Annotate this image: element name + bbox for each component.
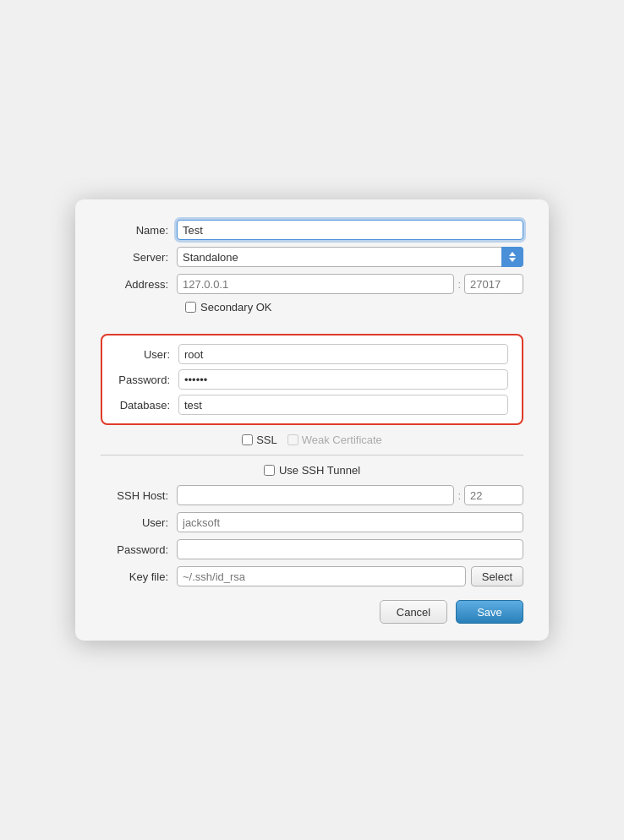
server-select-wrapper: Standalone Replica Set Sharded Cluster (177, 247, 523, 267)
database-row: Database: (102, 395, 508, 415)
address-row: Address: : (101, 274, 523, 294)
server-select[interactable]: Standalone Replica Set Sharded Cluster (177, 247, 523, 267)
save-button[interactable]: Save (456, 600, 523, 624)
ssh-user-row: User: (101, 512, 523, 532)
user-input[interactable] (178, 344, 508, 364)
password-input[interactable] (178, 369, 508, 390)
key-file-row: Key file: Select (101, 566, 523, 586)
ssh-tunnel-row: Use SSH Tunnel (101, 464, 523, 477)
ssh-password-row: Password: (101, 539, 523, 559)
ssh-user-input[interactable] (177, 512, 523, 532)
database-label: Database: (102, 399, 178, 412)
cancel-button[interactable]: Cancel (380, 600, 447, 624)
weak-cert-item: Weak Certificate (287, 434, 382, 446)
database-input[interactable] (178, 395, 508, 415)
credential-section: User: Password: Database: (101, 334, 523, 425)
ssh-tunnel-checkbox[interactable] (264, 465, 275, 476)
user-label: User: (102, 348, 178, 361)
name-row: Name: (101, 220, 523, 240)
ssh-host-row: SSH Host: : (101, 485, 523, 505)
address-input[interactable] (177, 274, 454, 294)
name-label: Name: (101, 224, 177, 237)
ssh-tunnel-label[interactable]: Use SSH Tunnel (279, 464, 360, 477)
secondary-ok-row: Secondary OK (185, 301, 523, 314)
key-file-label: Key file: (101, 570, 177, 583)
server-label: Server: (101, 251, 177, 264)
password-label: Password: (102, 374, 178, 386)
ssh-user-label: User: (101, 516, 177, 529)
weak-cert-checkbox[interactable] (287, 434, 298, 445)
ssh-port-separator: : (454, 489, 464, 502)
ssl-label[interactable]: SSL (256, 434, 277, 446)
address-input-group: : (177, 274, 523, 294)
ssl-row: SSL Weak Certificate (101, 434, 523, 446)
name-input[interactable] (177, 220, 523, 240)
secondary-ok-label[interactable]: Secondary OK (200, 301, 272, 314)
ssh-host-input-group: : (177, 485, 523, 505)
server-row: Server: Standalone Replica Set Sharded C… (101, 247, 523, 267)
ssh-host-input[interactable] (177, 485, 454, 505)
select-button[interactable]: Select (471, 566, 523, 586)
ssl-item: SSL (242, 434, 277, 446)
port-separator: : (454, 278, 464, 291)
ssh-host-label: SSH Host: (101, 489, 177, 502)
user-row: User: (102, 344, 508, 364)
ssh-port-input[interactable] (464, 485, 523, 505)
address-label: Address: (101, 278, 177, 291)
weak-cert-label[interactable]: Weak Certificate (302, 434, 382, 446)
button-row: Cancel Save (101, 600, 523, 624)
port-input[interactable] (464, 274, 523, 294)
ssh-password-input[interactable] (177, 539, 523, 559)
secondary-ok-checkbox[interactable] (185, 302, 196, 313)
connection-dialog: Name: Server: Standalone Replica Set Sha… (75, 199, 549, 641)
ssl-checkbox[interactable] (242, 434, 253, 445)
key-file-input[interactable] (177, 566, 466, 586)
ssh-password-label: Password: (101, 543, 177, 556)
section-divider (101, 455, 523, 455)
password-row: Password: (102, 369, 508, 390)
